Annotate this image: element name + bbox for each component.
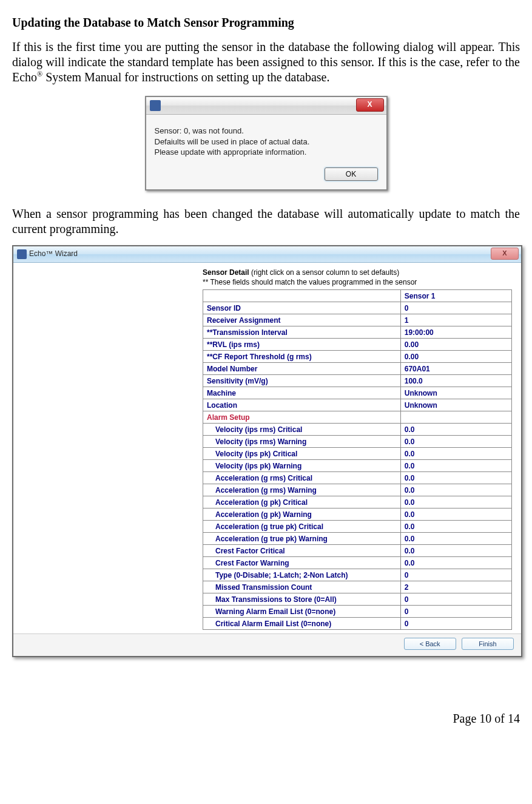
table-row: Crest Factor Warning0.0 [203, 557, 512, 569]
row-value[interactable]: 670A01 [400, 363, 511, 375]
registered-mark: ® [37, 70, 42, 78]
sensor-table: Sensor 1 Sensor ID0Receiver Assignment1*… [203, 289, 512, 630]
row-label: Velocity (ips pk) Warning [203, 460, 401, 472]
row-label: Machine [203, 387, 401, 399]
row-value[interactable]: 0.0 [400, 484, 511, 496]
row-label: Sensitivity (mV/g) [203, 375, 401, 387]
row-label: Acceleration (g rms) Critical [203, 472, 401, 484]
table-row: Max Transmissions to Store (0=All)0 [203, 593, 512, 606]
dialog-titlebar: X [146, 97, 386, 115]
back-button[interactable]: < Back [404, 638, 456, 650]
row-value[interactable]: 0.0 [400, 545, 511, 557]
section-heading: Updating the Database to Match Sensor Pr… [12, 16, 520, 30]
table-row: Velocity (ips rms) Warning0.0 [203, 436, 512, 448]
row-value[interactable]: 0.00 [400, 351, 511, 363]
row-label: **CF Report Threshold (g rms) [203, 351, 401, 363]
table-row: Model Number670A01 [203, 363, 512, 375]
row-label: Sensor ID [203, 302, 401, 314]
row-value[interactable]: 0.0 [400, 521, 511, 533]
row-label: Velocity (ips rms) Warning [203, 436, 401, 448]
row-label: Velocity (ips pk) Critical [203, 448, 401, 460]
row-label: Crest Factor Critical [203, 545, 401, 557]
row-value[interactable]: 0.00 [400, 339, 511, 351]
row-value[interactable]: Unknown [400, 387, 511, 399]
dialog-line: Please update with appropriate informati… [155, 147, 378, 158]
finish-button[interactable]: Finish [462, 638, 514, 650]
row-value[interactable]: 0.0 [400, 496, 511, 508]
wizard-title: Echo™ Wizard [29, 249, 78, 258]
table-row: Missed Transmission Count2 [203, 581, 512, 593]
table-row: Acceleration (g true pk) Critical0.0 [203, 521, 512, 533]
app-icon [17, 249, 27, 259]
body-paragraph: When a sensor programming has been chang… [12, 206, 520, 237]
table-header-row: Sensor 1 [203, 290, 512, 302]
ok-button[interactable]: OK [325, 167, 378, 181]
close-button[interactable]: X [356, 98, 384, 112]
table-row: Acceleration (g rms) Warning0.0 [203, 484, 512, 496]
row-value[interactable]: 0.0 [400, 460, 511, 472]
row-label: Type (0-Disable; 1-Latch; 2-Non Latch) [203, 569, 401, 581]
dialog-body: Sensor: 0, was not found. Defaiults will… [146, 115, 386, 164]
row-label: Max Transmissions to Store (0=All) [203, 593, 401, 606]
table-row: Sensor ID0 [203, 302, 512, 314]
row-value[interactable]: 1 [400, 314, 511, 326]
sensor-detail-note: ** These fields should match the values … [203, 277, 514, 287]
row-label: Acceleration (g true pk) Critical [203, 521, 401, 533]
table-row: Acceleration (g true pk) Warning0.0 [203, 533, 512, 545]
table-row: MachineUnknown [203, 387, 512, 399]
row-value[interactable]: 0 [400, 606, 511, 618]
sensor-detail-title: Sensor Detail [203, 268, 249, 277]
table-row: Acceleration (g pk) Critical0.0 [203, 496, 512, 508]
row-value[interactable]: 0 [400, 593, 511, 606]
sensor-table-wrap: Sensor 1 Sensor ID0Receiver Assignment1*… [203, 289, 512, 630]
table-row: Velocity (ips pk) Critical0.0 [203, 448, 512, 460]
row-value[interactable]: 0.0 [400, 436, 511, 448]
table-row: Sensitivity (mV/g)100.0 [203, 375, 512, 387]
row-label: **Transmission Interval [203, 326, 401, 339]
row-value[interactable]: 2 [400, 581, 511, 593]
message-dialog: X Sensor: 0, was not found. Defaiults wi… [145, 96, 388, 191]
alarm-setup-row: Alarm Setup [203, 411, 512, 424]
row-label: Missed Transmission Count [203, 581, 401, 593]
table-row: Crest Factor Critical0.0 [203, 545, 512, 557]
table-row: Velocity (ips rms) Critical0.0 [203, 424, 512, 436]
row-value[interactable]: 19:00:00 [400, 326, 511, 339]
wizard-dialog: Echo™ Wizard X Sensor Detail (right clic… [12, 245, 522, 657]
row-value[interactable]: 0.0 [400, 557, 511, 569]
table-row: LocationUnknown [203, 399, 512, 411]
row-value[interactable]: 0.0 [400, 472, 511, 484]
wizard-body: Sensor Detail (right click on a sensor c… [13, 263, 521, 633]
row-label: Acceleration (g true pk) Warning [203, 533, 401, 545]
wizard-header-area: Sensor Detail (right click on a sensor c… [203, 268, 514, 287]
row-label: Model Number [203, 363, 401, 375]
intro-paragraph: If this is the first time you are puttin… [12, 39, 520, 85]
close-button[interactable]: X [491, 248, 519, 260]
wizard-titlebar: Echo™ Wizard X [13, 246, 521, 263]
row-label: Critical Alarm Email List (0=none) [203, 618, 401, 630]
row-label: Receiver Assignment [203, 314, 401, 326]
row-value[interactable]: 0 [400, 618, 511, 630]
row-label: Acceleration (g pk) Warning [203, 508, 401, 521]
row-value [400, 411, 511, 424]
table-row: Warning Alarm Email List (0=none)0 [203, 606, 512, 618]
row-value[interactable]: 100.0 [400, 375, 511, 387]
row-value[interactable]: 0 [400, 569, 511, 581]
row-label: Acceleration (g pk) Critical [203, 496, 401, 508]
table-row: Acceleration (g pk) Warning0.0 [203, 508, 512, 521]
row-value[interactable]: 0.0 [400, 508, 511, 521]
table-row: Acceleration (g rms) Critical0.0 [203, 472, 512, 484]
row-value[interactable]: Unknown [400, 399, 511, 411]
row-value[interactable]: 0.0 [400, 533, 511, 545]
table-row: Receiver Assignment1 [203, 314, 512, 326]
row-value[interactable]: 0.0 [400, 424, 511, 436]
table-row: **CF Report Threshold (g rms)0.00 [203, 351, 512, 363]
row-label: **RVL (ips rms) [203, 339, 401, 351]
sensor-column-header[interactable]: Sensor 1 [400, 290, 511, 302]
table-row: Critical Alarm Email List (0=none)0 [203, 618, 512, 630]
row-value[interactable]: 0 [400, 302, 511, 314]
alarm-setup-label: Alarm Setup [203, 411, 401, 424]
row-value[interactable]: 0.0 [400, 448, 511, 460]
dialog-button-row: OK [146, 164, 386, 189]
row-label: Warning Alarm Email List (0=none) [203, 606, 401, 618]
wizard-button-row: < Back Finish [13, 633, 521, 656]
